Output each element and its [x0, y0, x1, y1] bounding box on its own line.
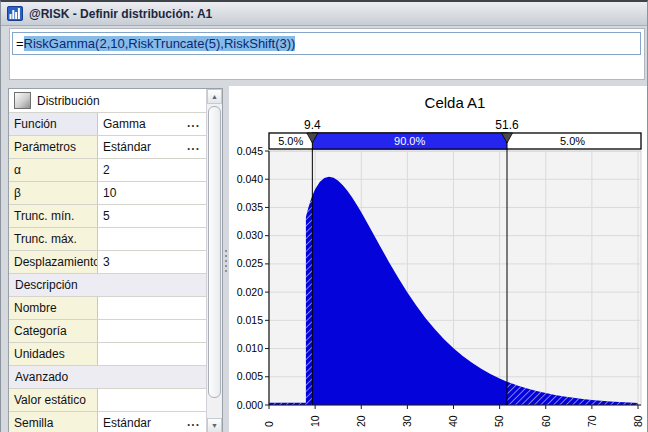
- panel-rows: Distribución FunciónGamma...ParámetrosEs…: [9, 89, 206, 432]
- distribution-color-swatch: [14, 92, 31, 109]
- y-tick-label: 0.015: [237, 314, 263, 326]
- param-label: Semilla: [9, 412, 98, 432]
- x-tick-label: 40: [447, 415, 459, 427]
- param-label: Parámetros: [9, 136, 98, 158]
- row-descripci-n: Descripción: [9, 274, 206, 297]
- x-tick-label: 0: [263, 421, 275, 427]
- scrollbar-thumb[interactable]: [208, 106, 221, 398]
- row-par-metros: ParámetrosEstándar...: [9, 136, 206, 159]
- formula-bar-container: =RiskGamma(2,10,RiskTruncate(5),RiskShif…: [9, 28, 645, 80]
- ellipsis-button[interactable]: ...: [187, 116, 200, 130]
- y-tick-label: 0.045: [237, 145, 263, 157]
- section-label: Avanzado: [15, 370, 68, 384]
- panel-header-label: Distribución: [37, 94, 100, 108]
- band-label-1: 90.0%: [394, 135, 425, 147]
- y-tick-label: 0.010: [237, 342, 263, 354]
- y-tick-label: 0.040: [237, 173, 263, 185]
- row--: α2: [9, 159, 206, 182]
- panel-scrollbar[interactable]: ▲ ▼: [206, 89, 222, 432]
- x-tick-label: 80: [632, 415, 644, 427]
- row-semilla: SemillaEstándar...: [9, 412, 206, 432]
- y-tick-label: 0.020: [237, 286, 263, 298]
- param-label: Trunc. máx.: [9, 228, 98, 250]
- title-bar: @RISK - Definir distribución: A1: [1, 2, 647, 26]
- distribution-properties-panel: Distribución FunciónGamma...ParámetrosEs…: [8, 88, 223, 432]
- distribution-chart: 0.0450.0400.0350.0300.0250.0200.0150.010…: [229, 86, 648, 432]
- band-label-2: 5.0%: [560, 135, 585, 147]
- param-value[interactable]: 10: [98, 182, 206, 204]
- param-label: β: [9, 182, 98, 204]
- window-title: @RISK - Definir distribución: A1: [29, 7, 212, 21]
- row-valor-est-tico: Valor estático: [9, 389, 206, 412]
- param-label: Trunc. mín.: [9, 205, 98, 227]
- hatch-left-tail: [306, 196, 313, 405]
- row-trunc-m-x-: Trunc. máx.: [9, 228, 206, 251]
- row-categor-a: Categoría: [9, 320, 206, 343]
- row-desplazamiento: Desplazamiento3: [9, 251, 206, 274]
- param-value[interactable]: 5: [98, 205, 206, 227]
- x-tick-label: 20: [355, 415, 367, 427]
- risk-define-distribution-window: @RISK - Definir distribución: A1 =RiskGa…: [0, 0, 648, 432]
- x-tick-label: 10: [309, 415, 321, 427]
- param-value[interactable]: [98, 297, 206, 319]
- scroll-up-button[interactable]: ▲: [207, 89, 222, 104]
- param-label: α: [9, 159, 98, 181]
- param-label: Función: [9, 113, 98, 135]
- param-value[interactable]: [98, 320, 206, 342]
- x-tick-label: 60: [540, 415, 552, 427]
- row-avanzado: Avanzado: [9, 366, 206, 389]
- row-unidades: Unidades: [9, 343, 206, 366]
- formula-input[interactable]: =RiskGamma(2,10,RiskTruncate(5),RiskShif…: [12, 32, 641, 55]
- row-trunc-m-n-: Trunc. mín.5: [9, 205, 206, 228]
- x-tick-label: 70: [586, 415, 598, 427]
- delimiter-marker-right-label: 51.6: [495, 118, 519, 132]
- param-value[interactable]: [98, 228, 206, 250]
- param-label: Unidades: [9, 343, 98, 365]
- scroll-down-button[interactable]: ▼: [207, 418, 222, 432]
- chart-panel: 0.0450.0400.0350.0300.0250.0200.0150.010…: [229, 86, 648, 432]
- param-label: Categoría: [9, 320, 98, 342]
- delimiter-marker-left-label: 9.4: [304, 118, 321, 132]
- param-label: Valor estático: [9, 389, 98, 411]
- y-tick-label: 0.030: [237, 229, 263, 241]
- param-value[interactable]: [98, 389, 206, 411]
- param-value[interactable]: [98, 343, 206, 365]
- x-tick-label: 30: [401, 415, 413, 427]
- y-tick-label: 0.035: [237, 201, 263, 213]
- y-tick-label: 0.000: [237, 399, 263, 411]
- ellipsis-button[interactable]: ...: [187, 139, 200, 153]
- panel-header-row: Distribución: [9, 89, 206, 113]
- row--: β10: [9, 182, 206, 205]
- risk-app-icon: [7, 6, 23, 21]
- param-value[interactable]: 3: [98, 251, 206, 273]
- section-label: Descripción: [15, 278, 78, 292]
- chart-title: Celda A1: [425, 94, 486, 111]
- param-label: Desplazamiento: [9, 251, 98, 273]
- band-label-0: 5.0%: [278, 135, 303, 147]
- formula-selected-text: RiskGamma(2,10,RiskTruncate(5),RiskShift…: [24, 36, 296, 51]
- row-nombre: Nombre: [9, 297, 206, 320]
- ellipsis-button[interactable]: ...: [187, 415, 200, 429]
- param-label: Nombre: [9, 297, 98, 319]
- row-funci-n: FunciónGamma...: [9, 113, 206, 136]
- y-tick-label: 0.005: [237, 370, 263, 382]
- formula-prefix: =: [16, 36, 24, 51]
- y-tick-label: 0.025: [237, 257, 263, 269]
- x-tick-label: 50: [493, 415, 505, 427]
- param-value[interactable]: 2: [98, 159, 206, 181]
